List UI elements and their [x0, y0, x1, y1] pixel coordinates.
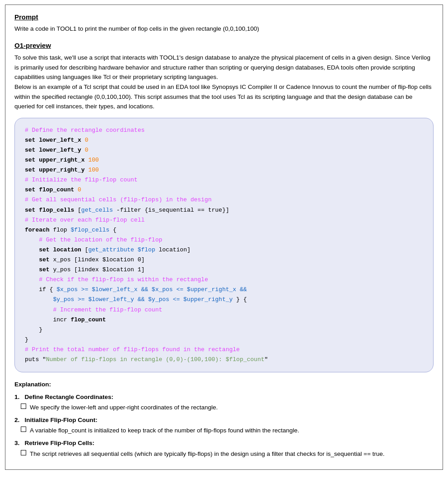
sub-text-2: A variable flop_count is initialized to … [30, 426, 434, 436]
list-item-1: 1. Define Rectangle Coordinates: We spec… [14, 392, 434, 413]
list-number-2: 2. Initialize Flip-Flop Count: [14, 417, 98, 423]
code-block: # Define the rectangle coordinates set l… [14, 118, 434, 372]
o1preview-title: O1-preview [14, 42, 434, 49]
sub-item-2: A variable flop_count is initialized to … [14, 426, 434, 436]
o1preview-section: O1-preview To solve this task, we'll use… [14, 42, 434, 111]
intro-paragraph-1: To solve this task, we'll use a script t… [14, 53, 434, 111]
prompt-section: Prompt Write a code in TOOL1 to print th… [14, 13, 434, 33]
explanation-list: 1. Define Rectangle Coordinates: We spec… [14, 392, 434, 459]
checkbox-icon-2 [21, 427, 26, 432]
sub-item-3: The script retrieves all sequential cell… [14, 449, 434, 459]
explanation-title: Explanation: [14, 380, 434, 390]
sub-text-1: We specify the lower-left and upper-righ… [30, 403, 434, 413]
list-number-3: 3. Retrieve Flip-Flop Cells: [14, 440, 94, 446]
sub-text-3: The script retrieves all sequential cell… [30, 449, 434, 459]
prompt-text: Write a code in TOOL1 to print the numbe… [14, 24, 434, 33]
list-item-2: 2. Initialize Flip-Flop Count: A variabl… [14, 415, 434, 436]
checkbox-icon-1 [21, 404, 26, 409]
explanation-section: Explanation: 1. Define Rectangle Coordin… [14, 380, 434, 459]
main-container: Prompt Write a code in TOOL1 to print th… [5, 5, 443, 470]
sub-item-1: We specify the lower-left and upper-righ… [14, 403, 434, 413]
list-item-3: 3. Retrieve Flip-Flop Cells: The script … [14, 438, 434, 459]
prompt-title: Prompt [14, 13, 434, 21]
checkbox-icon-3 [21, 450, 26, 455]
code-comment-1: # Define the rectangle coordinates [25, 127, 145, 134]
list-number-1: 1. Define Rectangle Coordinates: [14, 394, 113, 400]
